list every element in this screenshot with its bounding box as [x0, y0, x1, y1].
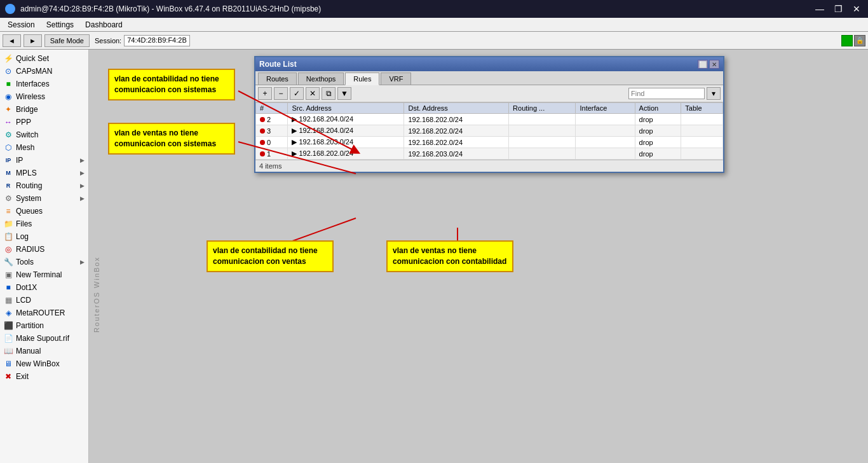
sidebar-item-newterminal[interactable]: ▣ New Terminal	[0, 268, 88, 281]
sidebar-item-tools[interactable]: 🔧 Tools ▶	[0, 256, 88, 268]
sidebar-label-lcd: LCD	[16, 296, 31, 305]
routing-icon: R	[4, 181, 13, 190]
log-icon: 📋	[4, 232, 13, 241]
system-arrow: ▶	[80, 195, 85, 202]
back-button[interactable]: ◄	[3, 34, 21, 47]
add-button[interactable]: +	[258, 87, 272, 100]
cell-dst: 192.168.202.0/24	[404, 137, 509, 148]
sidebar-item-quickset[interactable]: ⚡ Quick Set	[0, 52, 88, 65]
sidebar-label-exit: Exit	[16, 372, 29, 381]
app-icon	[5, 4, 15, 14]
sidebar-item-system[interactable]: ⚙ System ▶	[0, 192, 88, 205]
cell-id: 2	[256, 114, 288, 125]
route-table: # Src. Address Dst. Address Routing ... …	[255, 102, 723, 160]
disable-button[interactable]: ✕	[306, 87, 320, 100]
find-expand-button[interactable]: ▾	[707, 87, 721, 100]
safe-mode-button[interactable]: Safe Mode	[44, 34, 90, 47]
sidebar-item-wireless[interactable]: ◉ Wireless	[0, 90, 88, 103]
sidebar-label-radius: RADIUS	[16, 245, 44, 254]
sidebar-label-mesh: Mesh	[16, 143, 34, 152]
close-button[interactable]: ✕	[850, 4, 863, 14]
route-window-restore[interactable]: ⬜	[698, 60, 708, 69]
tab-vrf[interactable]: VRF	[381, 73, 411, 85]
sidebar-item-routing[interactable]: R Routing ▶	[0, 179, 88, 192]
route-window-close[interactable]: ✕	[709, 60, 719, 69]
sidebar-item-partition[interactable]: ⬛ Partition	[0, 319, 88, 332]
find-input[interactable]	[628, 88, 705, 99]
cell-routing	[509, 137, 576, 148]
sidebar-item-supout[interactable]: 📄 Make Supout.rif	[0, 332, 88, 345]
cell-table	[681, 148, 723, 160]
col-interface[interactable]: Interface	[576, 103, 635, 114]
col-action[interactable]: Action	[635, 103, 681, 114]
title-controls[interactable]: — ❐ ✕	[813, 4, 863, 14]
sidebar-label-newterminal: New Terminal	[16, 270, 62, 279]
winbox-vertical-label: RouterOS WinBox	[93, 256, 100, 333]
remove-button[interactable]: −	[274, 87, 288, 100]
forward-button[interactable]: ►	[24, 34, 42, 47]
partition-icon: ⬛	[4, 321, 13, 330]
sidebar-item-queues[interactable]: ≡ Queues	[0, 205, 88, 218]
sidebar-item-mpls[interactable]: M MPLS ▶	[0, 167, 88, 179]
sidebar-item-capsman[interactable]: ⊙ CAPsMAN	[0, 65, 88, 78]
cell-action: drop	[635, 137, 681, 148]
col-dst[interactable]: Dst. Address	[404, 103, 509, 114]
menu-settings[interactable]: Settings	[41, 19, 79, 31]
col-id[interactable]: #	[256, 103, 288, 114]
sidebar-item-exit[interactable]: ✖ Exit	[0, 370, 88, 383]
route-window-controls[interactable]: ⬜ ✕	[698, 60, 719, 69]
sidebar-item-ip[interactable]: IP IP ▶	[0, 154, 88, 167]
title-left: admin@74:4D:28:B9:F4:2B (MikroTik) - Win…	[5, 4, 321, 14]
switch-icon: ⚙	[4, 130, 13, 139]
tab-nexthops[interactable]: Nexthops	[298, 73, 344, 85]
sidebar-label-capsman: CAPsMAN	[16, 67, 52, 76]
sidebar-item-manual[interactable]: 📖 Manual	[0, 345, 88, 357]
mesh-icon: ⬡	[4, 143, 13, 152]
exit-icon: ✖	[4, 372, 13, 381]
radius-icon: ◎	[4, 245, 13, 254]
table-row[interactable]: 0 ▶ 192.168.203.0/24 192.168.202.0/24 dr…	[256, 137, 723, 148]
sidebar-item-interfaces[interactable]: ■ Interfaces	[0, 78, 88, 90]
metarouter-icon: ◈	[4, 308, 13, 317]
maximize-button[interactable]: ❐	[832, 4, 845, 14]
tab-rules[interactable]: Rules	[345, 73, 379, 85]
quickset-icon: ⚡	[4, 54, 13, 63]
sidebar-label-ip: IP	[16, 156, 23, 165]
wireless-icon: ◉	[4, 92, 13, 101]
sidebar-label-bridge: Bridge	[16, 105, 38, 114]
bridge-icon: ✦	[4, 105, 13, 114]
filter-button[interactable]: ▼	[337, 87, 351, 100]
table-row[interactable]: 1 ▶ 192.168.202.0/24 192.168.203.0/24 dr…	[256, 148, 723, 160]
sidebar-item-ppp[interactable]: ↔ PPP	[0, 116, 88, 128]
sidebar-item-log[interactable]: 📋 Log	[0, 230, 88, 243]
copy-button[interactable]: ⧉	[322, 87, 336, 100]
sidebar-item-newwinbox[interactable]: 🖥 New WinBox	[0, 357, 88, 370]
cell-src: ▶ 192.168.202.0/24	[288, 148, 404, 160]
menubar: Session Settings Dashboard	[0, 18, 868, 32]
minimize-button[interactable]: —	[813, 4, 827, 14]
menu-dashboard[interactable]: Dashboard	[80, 19, 128, 31]
sidebar-label-routing: Routing	[16, 181, 42, 190]
sidebar-item-metarouter[interactable]: ◈ MetaROUTER	[0, 307, 88, 319]
table-row[interactable]: 3 ▶ 192.168.204.0/24 192.168.202.0/24 dr…	[256, 125, 723, 137]
sidebar-item-files[interactable]: 📁 Files	[0, 218, 88, 230]
sidebar-item-lcd[interactable]: ▦ LCD	[0, 294, 88, 307]
col-routing[interactable]: Routing ...	[509, 103, 576, 114]
table-row[interactable]: 2 ▶ 192.168.204.0/24 192.168.202.0/24 dr…	[256, 114, 723, 125]
route-window-titlebar: Route List ⬜ ✕	[255, 57, 723, 71]
queues-icon: ≡	[4, 207, 13, 216]
cell-dst: 192.168.202.0/24	[404, 125, 509, 137]
col-src[interactable]: Src. Address	[288, 103, 404, 114]
enable-button[interactable]: ✓	[290, 87, 304, 100]
sidebar-item-bridge[interactable]: ✦ Bridge	[0, 103, 88, 116]
menu-session[interactable]: Session	[3, 19, 40, 31]
sidebar-item-dot1x[interactable]: ■ Dot1X	[0, 281, 88, 294]
col-table[interactable]: Table	[681, 103, 723, 114]
sidebar-item-mesh[interactable]: ⬡ Mesh	[0, 141, 88, 154]
sidebar-item-radius[interactable]: ◎ RADIUS	[0, 243, 88, 256]
tab-routes[interactable]: Routes	[258, 73, 297, 85]
sidebar-label-newwinbox: New WinBox	[16, 359, 60, 368]
sidebar-label-queues: Queues	[16, 207, 43, 216]
sidebar-item-switch[interactable]: ⚙ Switch	[0, 128, 88, 141]
cell-action: drop	[635, 114, 681, 125]
